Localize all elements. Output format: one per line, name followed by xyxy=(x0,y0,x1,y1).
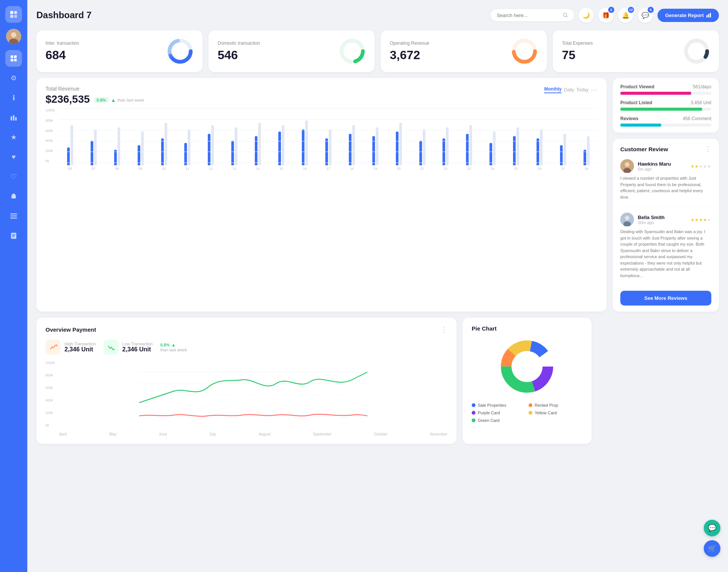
search-box[interactable] xyxy=(491,9,574,21)
progress-bar-1 xyxy=(620,108,702,111)
payment-more-btn[interactable]: ⋮ xyxy=(441,325,447,334)
bar-group-19 xyxy=(505,116,527,165)
legend-purple-card: Purple Card xyxy=(472,411,526,415)
reviewer-avatar-0 xyxy=(620,159,634,173)
legend-green-card: Green Card xyxy=(472,418,526,423)
svg-rect-23 xyxy=(12,237,14,237)
svg-point-39 xyxy=(625,162,629,167)
svg-rect-22 xyxy=(12,235,15,236)
bar-gray-4 xyxy=(165,123,167,165)
svg-point-55 xyxy=(512,351,542,382)
bar-blue-4 xyxy=(161,138,164,165)
bar-blue-14 xyxy=(396,132,399,165)
x-label-10: 16 xyxy=(294,167,316,171)
revenue-change-label: than last week xyxy=(118,98,144,102)
avatar[interactable] xyxy=(6,29,21,44)
sidebar-item-settings[interactable]: ⚙ xyxy=(5,70,22,86)
bar-gray-8 xyxy=(258,123,261,165)
messages-badge: 5 xyxy=(648,7,654,13)
revenue-more-btn[interactable]: ⋯ xyxy=(591,86,598,94)
tab-daily[interactable]: Daily xyxy=(564,87,574,92)
stat-label-3: Total Expenses xyxy=(562,41,593,46)
sidebar-item-menu[interactable] xyxy=(5,208,22,224)
reviews-more-btn[interactable]: ⋮ xyxy=(704,145,711,153)
bar-group-11 xyxy=(317,116,339,165)
revenue-bar-chart: 1000k 800k 600k 400k 200k 0k 06070809101… xyxy=(46,108,598,171)
bar-group-17 xyxy=(458,116,480,165)
revenue-amount: $236,535 xyxy=(46,93,90,105)
stat-value-3: 75 xyxy=(562,48,593,62)
sidebar-item-dashboard[interactable] xyxy=(5,50,22,67)
sidebar-item-wishlist[interactable]: ♡ xyxy=(5,168,22,185)
pie-card: Pie Chart Sale Properties xyxy=(463,318,592,444)
bar-group-13 xyxy=(364,116,386,165)
low-transaction-value: 2,346 Unit xyxy=(122,346,153,353)
pie-title: Pie Chart xyxy=(472,325,582,332)
svg-point-36 xyxy=(686,41,707,62)
sidebar-item-reports[interactable] xyxy=(5,227,22,244)
theme-toggle-btn[interactable]: 🌙 xyxy=(579,8,594,23)
svg-rect-11 xyxy=(11,116,12,121)
svg-rect-7 xyxy=(11,55,13,58)
bar-blue-21 xyxy=(560,145,563,165)
svg-rect-12 xyxy=(13,115,14,121)
bar-gray-22 xyxy=(587,136,590,165)
metric-label-1: Product Listed xyxy=(620,100,652,105)
reviews-card: Customer Review ⋮ xyxy=(613,139,719,312)
cart-btn[interactable]: 🛒 xyxy=(704,540,720,557)
bar-gray-14 xyxy=(399,123,402,165)
bar-gray-20 xyxy=(540,129,543,165)
svg-rect-18 xyxy=(10,216,17,217)
support-btn[interactable]: 💬 xyxy=(704,520,720,536)
bar-blue-8 xyxy=(255,136,257,165)
stat-value-1: 546 xyxy=(218,48,260,62)
bar-blue-13 xyxy=(372,136,375,165)
svg-rect-16 xyxy=(12,197,15,199)
x-label-18: 24 xyxy=(482,167,504,171)
bar-gray-15 xyxy=(423,129,425,165)
svg-rect-9 xyxy=(11,59,13,61)
bar-gray-9 xyxy=(282,125,284,165)
bar-gray-19 xyxy=(516,127,519,165)
sidebar-item-analytics[interactable] xyxy=(5,109,22,126)
review-text-1: Dealing with Syamsudin and Bakri was a j… xyxy=(620,229,711,279)
bar-blue-0 xyxy=(67,147,70,165)
bar-group-1 xyxy=(83,116,105,165)
review-item-0: Hawkins Maru 5m ago ★★★★★ I viewed a num… xyxy=(620,159,711,207)
revenue-title: Total Revenue xyxy=(46,86,144,92)
stat-label-1: Domestic transaction xyxy=(218,41,260,46)
generate-report-btn[interactable]: Generate Report xyxy=(657,9,719,22)
sidebar-item-favorites[interactable]: ★ xyxy=(5,129,22,146)
bar-group-6 xyxy=(200,116,222,165)
search-input[interactable] xyxy=(497,13,560,18)
notifications-btn[interactable]: 🔔 12 xyxy=(618,8,633,23)
svg-rect-10 xyxy=(14,59,17,61)
see-more-reviews-btn[interactable]: See More Reviews xyxy=(620,291,711,306)
x-label-august: August xyxy=(259,432,270,436)
bar-blue-7 xyxy=(231,141,234,165)
bar-blue-10 xyxy=(302,129,304,165)
svg-rect-0 xyxy=(10,11,13,14)
tab-today[interactable]: Today xyxy=(576,87,588,92)
tab-monthly[interactable]: Monthly xyxy=(544,86,562,93)
bar-group-18 xyxy=(482,116,504,165)
header-right: 🌙 🎁 2 🔔 12 💬 5 Generate Report xyxy=(491,8,719,23)
low-transaction: Low Transaction 2,346 Unit xyxy=(104,340,153,355)
float-buttons: 💬 🛒 xyxy=(704,520,720,557)
svg-point-42 xyxy=(625,216,629,220)
svg-rect-28 xyxy=(710,13,711,17)
progress-bar-2 xyxy=(620,124,661,127)
high-transaction-icon xyxy=(46,340,61,355)
svg-rect-2 xyxy=(10,15,13,18)
bar-chart-icon xyxy=(706,13,711,18)
sidebar-item-liked[interactable]: ♥ xyxy=(5,149,22,165)
gift-btn[interactable]: 🎁 2 xyxy=(598,8,613,23)
sidebar-item-print[interactable] xyxy=(5,188,22,205)
payment-badge-label: than last week xyxy=(160,348,187,352)
sidebar-item-info[interactable]: ℹ xyxy=(5,89,22,106)
app-logo[interactable] xyxy=(5,6,22,23)
bar-gray-6 xyxy=(211,125,214,165)
review-item-1: Bella Smith 20m ago ★★★★★ Dealing with S… xyxy=(620,213,711,285)
bar-blue-22 xyxy=(584,150,586,165)
messages-btn[interactable]: 💬 5 xyxy=(638,8,653,23)
